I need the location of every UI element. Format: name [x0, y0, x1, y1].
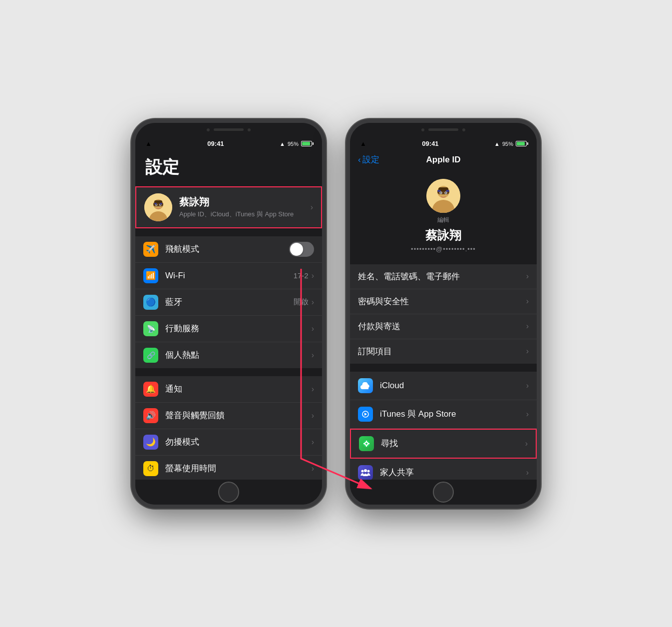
status-left: ▲ — [145, 140, 152, 147]
phone2-screen: ‹ 設定 Apple ID — [350, 151, 537, 480]
settings-item-cellular[interactable]: 📡 行動服務 › — [135, 316, 322, 342]
password-chevron: › — [526, 297, 529, 306]
divider2 — [135, 372, 322, 376]
phone1-wrapper: ▲ 09:41 ▲ 95% 設定 — [131, 119, 326, 509]
signal-icon2: ▲ — [494, 141, 500, 147]
svg-point-27 — [365, 443, 367, 445]
profile-avatar — [144, 193, 172, 221]
back-button[interactable]: ‹ 設定 — [358, 154, 379, 165]
subscriptions-chevron: › — [526, 347, 529, 356]
bluetooth-icon: 🔵 — [143, 295, 158, 310]
wifi-chevron: › — [312, 271, 314, 280]
home-button2[interactable] — [433, 482, 454, 503]
battery-percent2: 95% — [502, 141, 513, 147]
toggle-knob — [290, 243, 303, 256]
itunes-label: iTunes 與 App Store — [380, 408, 526, 420]
speaker-dot — [207, 128, 210, 131]
status-time2: 09:41 — [422, 140, 438, 147]
settings-item-wifi[interactable]: 📶 Wi-Fi 17-2 › — [135, 263, 322, 289]
wifi-icon: ▲ — [145, 140, 152, 147]
svg-rect-23 — [437, 190, 441, 192]
svg-rect-11 — [160, 203, 162, 204]
svg-point-34 — [367, 470, 370, 472]
notifications-chevron: › — [312, 385, 314, 394]
cellular-icon: 📡 — [143, 321, 158, 336]
apple-id-section2: iCloud › iTunes 與 App Store › — [350, 372, 537, 480]
bluetooth-value: 開啟 — [294, 297, 309, 307]
cellular-label: 行動服務 — [165, 323, 312, 334]
payment-label: 付款與寄送 — [358, 321, 526, 332]
payment-chevron: › — [526, 322, 529, 331]
speaker-bar2 — [428, 128, 458, 131]
profile-row[interactable]: 蔡詠翔 Apple ID、iCloud、iTunes 與 App Store › — [135, 186, 322, 228]
battery-percent: 95% — [288, 141, 299, 147]
menu-item-icloud[interactable]: iCloud › — [350, 372, 537, 400]
home-button1[interactable] — [218, 482, 239, 503]
nav-title: Apple ID — [426, 155, 461, 165]
phone2-status-bar: ▲ 09:41 ▲ 95% — [350, 137, 537, 151]
password-label: 密碼與安全性 — [358, 296, 526, 307]
menu-item-itunes[interactable]: iTunes 與 App Store › — [350, 400, 537, 429]
menu-item-family[interactable]: 家人共享 › — [350, 459, 537, 480]
dnd-label: 勿擾模式 — [165, 436, 312, 448]
bluetooth-chevron: › — [312, 298, 314, 307]
itunes-chevron: › — [526, 410, 529, 419]
phone1-status-bar: ▲ 09:41 ▲ 95% — [135, 137, 322, 151]
phone2-bezel-top — [350, 123, 537, 137]
find-icon — [359, 436, 374, 451]
profile-subtitle: Apple ID、iCloud、iTunes 與 App Store — [179, 210, 311, 219]
phone1-bezel-top — [135, 123, 322, 137]
signal-icon: ▲ — [280, 141, 285, 147]
menu-item-payment[interactable]: 付款與寄送 › — [350, 314, 537, 339]
name-label: 姓名、電話號碼、電子郵件 — [358, 271, 526, 282]
svg-point-31 — [368, 443, 369, 444]
menu-item-subscriptions[interactable]: 訂閱項目 › — [350, 339, 537, 364]
apple-id-section1: 姓名、電話號碼、電子郵件 › 密碼與安全性 › 付款與寄送 › 訂閱項目 › — [350, 264, 537, 364]
divider4 — [350, 368, 537, 372]
battery-container — [301, 141, 312, 146]
notifications-label: 通知 — [165, 383, 312, 395]
phone2-notch — [421, 128, 465, 131]
edit-label: 編輯 — [437, 216, 449, 224]
icloud-icon — [358, 378, 373, 393]
settings-item-bluetooth[interactable]: 🔵 藍牙 開啟 › — [135, 289, 322, 316]
profile-name: 蔡詠翔 — [179, 195, 311, 209]
battery-container2 — [516, 141, 527, 146]
family-icon — [358, 465, 373, 480]
menu-item-find[interactable]: 尋找 › — [350, 429, 537, 459]
hotspot-chevron: › — [312, 351, 314, 360]
settings-item-notifications[interactable]: 🔔 通知 › — [135, 376, 322, 403]
settings-item-screentime[interactable]: ⏱ 螢幕使用時間 › — [135, 456, 322, 480]
settings-section2: 🔔 通知 › 🔊 聲音與觸覺回饋 › 🌙 勿擾模式 › — [135, 376, 322, 480]
wifi-icon2: ▲ — [360, 140, 366, 147]
svg-rect-24 — [446, 190, 449, 192]
airplane-label: 飛航模式 — [165, 243, 289, 255]
menu-item-password[interactable]: 密碼與安全性 › — [350, 289, 537, 314]
phone1: ▲ 09:41 ▲ 95% 設定 — [131, 119, 326, 509]
settings-item-hotspot[interactable]: 🔗 個人熱點 › — [135, 342, 322, 368]
svg-point-21 — [445, 192, 447, 193]
settings-item-dnd[interactable]: 🌙 勿擾模式 › — [135, 429, 322, 456]
back-chevron-icon: ‹ — [358, 155, 361, 165]
apple-id-avatar[interactable] — [426, 179, 460, 213]
status-right: ▲ 95% — [280, 141, 312, 147]
itunes-icon — [358, 407, 373, 422]
bluetooth-label: 藍牙 — [165, 296, 294, 308]
apple-id-profile: 編輯 蔡詠翔 •••••••••@••••••••.••• — [350, 169, 537, 260]
sounds-chevron: › — [312, 411, 314, 420]
svg-rect-10 — [154, 203, 157, 204]
phone2-wrapper: ▲ 09:41 ▲ 95% ‹ — [346, 119, 541, 509]
menu-item-name[interactable]: 姓名、電話號碼、電子郵件 › — [350, 264, 537, 289]
svg-point-30 — [363, 443, 364, 444]
divider3 — [350, 260, 537, 264]
cellular-chevron: › — [312, 324, 314, 333]
battery-icon2 — [516, 141, 527, 146]
settings-item-airplane[interactable]: ✈️ 飛航模式 — [135, 236, 322, 263]
svg-point-28 — [366, 440, 367, 441]
settings-item-sounds[interactable]: 🔊 聲音與觸覺回饋 › — [135, 403, 322, 429]
hotspot-label: 個人熱點 — [165, 349, 312, 361]
wifi-settings-icon: 📶 — [143, 268, 158, 283]
svg-point-8 — [160, 204, 161, 205]
apple-id-email: •••••••••@••••••••.••• — [411, 245, 476, 253]
airplane-toggle[interactable] — [289, 242, 314, 257]
